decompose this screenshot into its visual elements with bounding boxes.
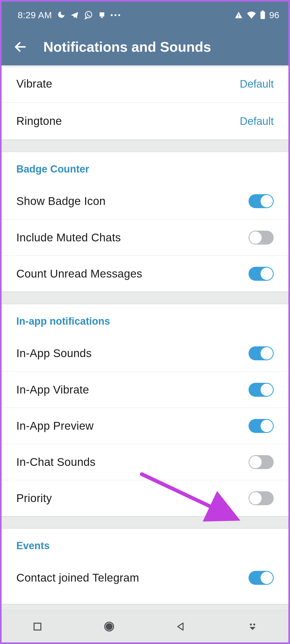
- toggle-contact-joined-telegram[interactable]: [249, 571, 274, 585]
- row-label: Vibrate: [16, 77, 52, 90]
- row-label: Ringtone: [16, 115, 62, 128]
- do-not-disturb-icon: [57, 11, 65, 19]
- battery-level: 96: [269, 10, 279, 20]
- svg-rect-3: [238, 17, 239, 18]
- row-next-peek: [2, 596, 288, 604]
- nav-recent-button[interactable]: [27, 616, 48, 637]
- row-value: Default: [240, 115, 274, 127]
- row-label: Include Muted Chats: [16, 231, 121, 244]
- toggle-count-unread-messages[interactable]: [249, 267, 274, 281]
- battery-icon: [260, 10, 265, 20]
- toggle-priority[interactable]: [249, 491, 274, 505]
- row-in-app-sounds[interactable]: In-App Sounds: [2, 335, 288, 371]
- section-general: Vibrate Default Ringtone Default: [2, 65, 288, 139]
- row-count-unread-messages[interactable]: Count Unread Messages: [2, 255, 288, 291]
- nav-back-button[interactable]: [170, 616, 192, 637]
- section-badge-counter: Badge Counter Show Badge Icon Include Mu…: [2, 152, 288, 291]
- row-label: In-Chat Sounds: [16, 456, 96, 469]
- nav-keyboard-hide-button[interactable]: [242, 616, 263, 637]
- row-in-app-vibrate[interactable]: In-App Vibrate: [2, 371, 288, 407]
- svg-rect-1: [101, 17, 103, 18]
- row-in-chat-sounds[interactable]: In-Chat Sounds: [2, 444, 288, 480]
- svg-rect-2: [238, 14, 239, 16]
- android-nav-bar: [2, 610, 288, 642]
- svg-rect-4: [261, 12, 265, 19]
- section-header: Badge Counter: [2, 152, 288, 183]
- row-label: In-App Preview: [16, 420, 94, 432]
- svg-point-9: [250, 623, 252, 625]
- row-show-badge-icon[interactable]: Show Badge Icon: [2, 183, 288, 219]
- toggle-include-muted-chats[interactable]: [249, 231, 274, 245]
- svg-point-8: [106, 624, 112, 630]
- telegram-icon: [70, 10, 79, 20]
- row-label: Priority: [16, 492, 52, 505]
- wifi-icon: [247, 11, 256, 19]
- row-label: Contact joined Telegram: [16, 571, 139, 584]
- svg-point-10: [253, 623, 255, 625]
- row-value: Default: [240, 78, 274, 90]
- nav-home-button[interactable]: [98, 616, 120, 637]
- notification-icon: [98, 11, 106, 19]
- row-vibrate[interactable]: Vibrate Default: [2, 65, 288, 102]
- toggle-in-app-sounds[interactable]: [249, 346, 274, 360]
- row-priority[interactable]: Priority: [2, 480, 288, 516]
- section-in-app-notifications: In-app notifications In-App Sounds In-Ap…: [2, 304, 288, 516]
- page-title: Notifications and Sounds: [43, 39, 211, 55]
- status-time: 8:29 AM: [18, 10, 52, 20]
- row-include-muted-chats[interactable]: Include Muted Chats: [2, 219, 288, 255]
- more-notifications-icon: [111, 14, 120, 16]
- toggle-show-badge-icon[interactable]: [249, 194, 274, 208]
- settings-content: Vibrate Default Ringtone Default Badge C…: [2, 65, 288, 610]
- status-bar: 8:29 AM: [2, 2, 288, 28]
- warning-icon: [234, 11, 243, 19]
- svg-rect-6: [34, 623, 41, 630]
- whatsapp-icon: [84, 10, 93, 20]
- row-contact-joined-telegram[interactable]: Contact joined Telegram: [2, 560, 288, 596]
- row-label: Count Unread Messages: [16, 267, 142, 280]
- section-header: In-app notifications: [2, 304, 288, 335]
- row-label: In-App Sounds: [16, 347, 92, 360]
- row-label: Show Badge Icon: [16, 195, 106, 208]
- app-header: Notifications and Sounds: [2, 28, 288, 65]
- toggle-in-app-preview[interactable]: [249, 419, 274, 433]
- row-label: In-App Vibrate: [16, 383, 89, 396]
- back-button[interactable]: [12, 39, 28, 55]
- svg-rect-5: [262, 10, 264, 12]
- section-events: Events Contact joined Telegram: [2, 529, 288, 604]
- row-ringtone[interactable]: Ringtone Default: [2, 102, 288, 139]
- toggle-in-chat-sounds[interactable]: [249, 455, 274, 469]
- toggle-in-app-vibrate[interactable]: [249, 383, 274, 397]
- svg-point-0: [85, 12, 92, 18]
- section-header: Events: [2, 529, 288, 560]
- row-in-app-preview[interactable]: In-App Preview: [2, 407, 288, 444]
